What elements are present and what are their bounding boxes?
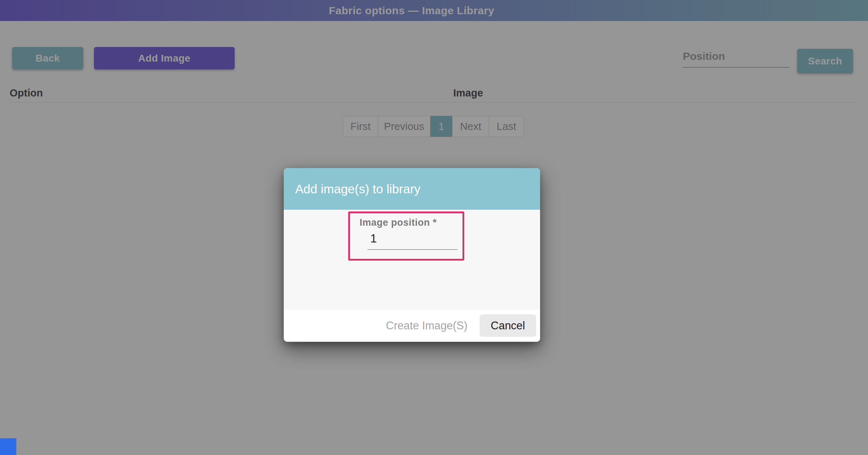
create-images-button[interactable]: Create Image(S) xyxy=(384,319,470,333)
image-position-label: Image position * xyxy=(360,217,437,228)
dialog-header: Add image(s) to library xyxy=(284,168,540,210)
add-images-dialog: Add image(s) to library Image position *… xyxy=(284,168,540,342)
cancel-button[interactable]: Cancel xyxy=(480,314,536,337)
dialog-body: Image position * Upload Image(S) xyxy=(284,210,540,309)
screen: Fabric options — Image Library Back Add … xyxy=(0,0,868,455)
dialog-footer: Create Image(S) Cancel xyxy=(284,309,540,342)
screen-corner-marker xyxy=(0,438,16,455)
image-position-input[interactable] xyxy=(367,228,457,250)
dialog-title: Add image(s) to library xyxy=(295,182,420,196)
